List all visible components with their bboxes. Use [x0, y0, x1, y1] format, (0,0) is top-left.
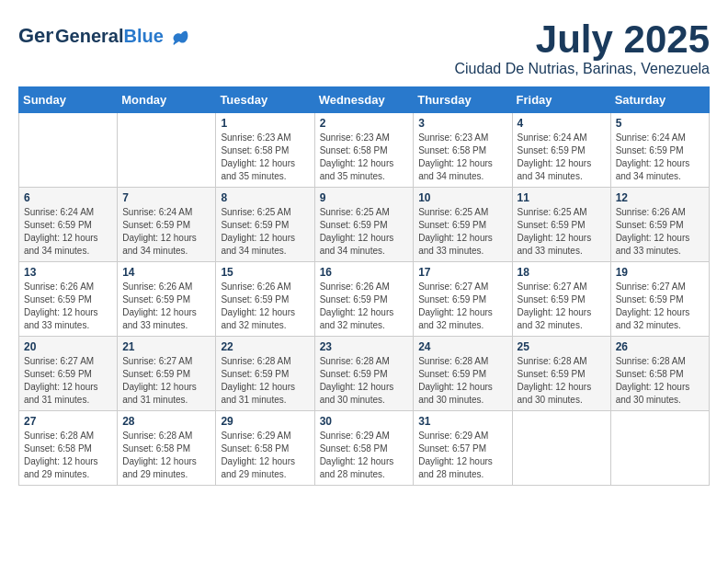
calendar-week-row: 6 Sunrise: 6:24 AM Sunset: 6:59 PM Dayli…: [19, 188, 710, 262]
daylight-text: Daylight: 12 hours and 29 minutes.: [24, 456, 98, 479]
day-number: 30: [320, 415, 409, 428]
calendar-cell: [118, 113, 216, 188]
daylight-text: Daylight: 12 hours and 34 minutes.: [616, 158, 690, 181]
day-info: Sunrise: 6:25 AM Sunset: 6:59 PM Dayligh…: [221, 206, 309, 258]
sunset-text: Sunset: 6:59 PM: [221, 294, 289, 304]
sunset-text: Sunset: 6:59 PM: [320, 220, 388, 230]
title-block: July 2025 Ciudad De Nutrias, Barinas, Ve…: [455, 18, 711, 77]
day-info: Sunrise: 6:28 AM Sunset: 6:58 PM Dayligh…: [24, 430, 112, 481]
calendar-cell: [610, 411, 709, 486]
day-info: Sunrise: 6:26 AM Sunset: 6:59 PM Dayligh…: [122, 281, 210, 332]
day-info: Sunrise: 6:27 AM Sunset: 6:59 PM Dayligh…: [418, 281, 506, 332]
day-number: 29: [221, 415, 309, 428]
sunset-text: Sunset: 6:58 PM: [221, 145, 289, 155]
calendar-cell: 19 Sunrise: 6:27 AM Sunset: 6:59 PM Dayl…: [610, 262, 709, 337]
day-number: 7: [122, 191, 210, 204]
sunrise-text: Sunrise: 6:28 AM: [418, 356, 488, 366]
day-info: Sunrise: 6:27 AM Sunset: 6:59 PM Dayligh…: [518, 281, 606, 332]
calendar-week-row: 1 Sunrise: 6:23 AM Sunset: 6:58 PM Dayli…: [19, 113, 710, 188]
sunset-text: Sunset: 6:59 PM: [518, 220, 586, 230]
sunrise-text: Sunrise: 6:24 AM: [518, 132, 587, 143]
day-number: 5: [616, 117, 704, 130]
calendar-cell: 4 Sunrise: 6:24 AM Sunset: 6:59 PM Dayli…: [512, 113, 610, 188]
sunrise-text: Sunrise: 6:29 AM: [221, 431, 290, 441]
day-info: Sunrise: 6:28 AM Sunset: 6:58 PM Dayligh…: [616, 355, 704, 407]
calendar-cell: 20 Sunrise: 6:27 AM Sunset: 6:59 PM Dayl…: [19, 337, 118, 411]
sunrise-text: Sunrise: 6:28 AM: [122, 431, 192, 441]
sunrise-text: Sunrise: 6:27 AM: [418, 282, 488, 292]
day-number: 19: [616, 266, 704, 279]
calendar-cell: [19, 113, 118, 188]
calendar-cell: 5 Sunrise: 6:24 AM Sunset: 6:59 PM Dayli…: [610, 113, 709, 188]
calendar-cell: 31 Sunrise: 6:29 AM Sunset: 6:57 PM Dayl…: [414, 411, 512, 486]
day-number: 28: [122, 415, 210, 428]
day-info: Sunrise: 6:24 AM Sunset: 6:59 PM Dayligh…: [24, 206, 112, 258]
calendar-cell: 12 Sunrise: 6:26 AM Sunset: 6:59 PM Dayl…: [610, 188, 709, 262]
day-info: Sunrise: 6:26 AM Sunset: 6:59 PM Dayligh…: [320, 281, 409, 332]
day-number: 9: [320, 191, 409, 204]
calendar-cell: 18 Sunrise: 6:27 AM Sunset: 6:59 PM Dayl…: [512, 262, 610, 337]
calendar-cell: 11 Sunrise: 6:25 AM Sunset: 6:59 PM Dayl…: [512, 188, 610, 262]
day-info: Sunrise: 6:23 AM Sunset: 6:58 PM Dayligh…: [418, 132, 506, 183]
calendar-cell: 23 Sunrise: 6:28 AM Sunset: 6:59 PM Dayl…: [314, 337, 414, 411]
calendar-cell: 6 Sunrise: 6:24 AM Sunset: 6:59 PM Dayli…: [19, 188, 118, 262]
daylight-text: Daylight: 12 hours and 31 minutes.: [24, 382, 98, 405]
sunrise-text: Sunrise: 6:23 AM: [221, 132, 290, 143]
calendar-week-row: 20 Sunrise: 6:27 AM Sunset: 6:59 PM Dayl…: [19, 337, 710, 411]
sunrise-text: Sunrise: 6:25 AM: [518, 207, 587, 217]
calendar-cell: 17 Sunrise: 6:27 AM Sunset: 6:59 PM Dayl…: [414, 262, 512, 337]
daylight-text: Daylight: 12 hours and 34 minutes.: [320, 233, 394, 256]
daylight-text: Daylight: 12 hours and 30 minutes.: [320, 382, 394, 405]
day-number: 6: [24, 191, 112, 204]
sunrise-text: Sunrise: 6:27 AM: [122, 356, 192, 366]
daylight-text: Daylight: 12 hours and 30 minutes.: [616, 382, 690, 405]
day-number: 3: [418, 117, 506, 130]
calendar-cell: 1 Sunrise: 6:23 AM Sunset: 6:58 PM Dayli…: [216, 113, 314, 188]
logo-text: GeneralBlue: [55, 26, 188, 46]
sunset-text: Sunset: 6:58 PM: [616, 369, 684, 379]
day-info: Sunrise: 6:29 AM Sunset: 6:57 PM Dayligh…: [418, 430, 506, 481]
daylight-text: Daylight: 12 hours and 34 minutes.: [221, 233, 295, 256]
sunset-text: Sunset: 6:59 PM: [221, 369, 289, 379]
sunset-text: Sunset: 6:58 PM: [418, 145, 486, 155]
calendar-week-row: 13 Sunrise: 6:26 AM Sunset: 6:59 PM Dayl…: [19, 262, 710, 337]
day-number: 8: [221, 191, 309, 204]
day-number: 15: [221, 266, 309, 279]
day-number: 31: [418, 415, 506, 428]
sunset-text: Sunset: 6:59 PM: [122, 294, 190, 304]
calendar-cell: 10 Sunrise: 6:25 AM Sunset: 6:59 PM Dayl…: [414, 188, 512, 262]
sunrise-text: Sunrise: 6:23 AM: [418, 132, 488, 143]
day-info: Sunrise: 6:25 AM Sunset: 6:59 PM Dayligh…: [518, 206, 606, 258]
sunset-text: Sunset: 6:59 PM: [518, 145, 586, 155]
calendar-cell: 13 Sunrise: 6:26 AM Sunset: 6:59 PM Dayl…: [19, 262, 118, 337]
svg-text:Gene: Gene: [18, 24, 53, 47]
daylight-text: Daylight: 12 hours and 30 minutes.: [518, 382, 592, 405]
day-info: Sunrise: 6:24 AM Sunset: 6:59 PM Dayligh…: [518, 132, 606, 183]
calendar-table: SundayMondayTuesdayWednesdayThursdayFrid…: [18, 86, 710, 486]
day-info: Sunrise: 6:28 AM Sunset: 6:58 PM Dayligh…: [122, 430, 210, 481]
daylight-text: Daylight: 12 hours and 33 minutes.: [122, 307, 197, 330]
day-info: Sunrise: 6:24 AM Sunset: 6:59 PM Dayligh…: [616, 132, 704, 183]
sunrise-text: Sunrise: 6:29 AM: [320, 431, 390, 441]
sunset-text: Sunset: 6:59 PM: [320, 369, 388, 379]
calendar-cell: 29 Sunrise: 6:29 AM Sunset: 6:58 PM Dayl…: [216, 411, 314, 486]
day-number: 11: [518, 191, 606, 204]
sunrise-text: Sunrise: 6:23 AM: [320, 132, 390, 143]
day-number: 26: [616, 340, 704, 353]
daylight-text: Daylight: 12 hours and 29 minutes.: [221, 456, 295, 479]
calendar-cell: 30 Sunrise: 6:29 AM Sunset: 6:58 PM Dayl…: [314, 411, 414, 486]
sunset-text: Sunset: 6:59 PM: [122, 220, 190, 230]
sunset-text: Sunset: 6:59 PM: [122, 369, 190, 379]
sunrise-text: Sunrise: 6:25 AM: [418, 207, 488, 217]
day-info: Sunrise: 6:27 AM Sunset: 6:59 PM Dayligh…: [616, 281, 704, 332]
sunrise-text: Sunrise: 6:28 AM: [616, 356, 686, 366]
calendar-week-row: 27 Sunrise: 6:28 AM Sunset: 6:58 PM Dayl…: [19, 411, 710, 486]
calendar-cell: 25 Sunrise: 6:28 AM Sunset: 6:59 PM Dayl…: [512, 337, 610, 411]
page-header: Gene G GeneralBlue July 2025 Ciudad De N…: [18, 18, 710, 77]
day-number: 4: [518, 117, 606, 130]
sunrise-text: Sunrise: 6:26 AM: [221, 282, 290, 292]
sunrise-text: Sunrise: 6:28 AM: [24, 431, 94, 441]
daylight-text: Daylight: 12 hours and 32 minutes.: [616, 307, 690, 330]
sunset-text: Sunset: 6:59 PM: [418, 220, 486, 230]
sunrise-text: Sunrise: 6:25 AM: [221, 207, 290, 217]
